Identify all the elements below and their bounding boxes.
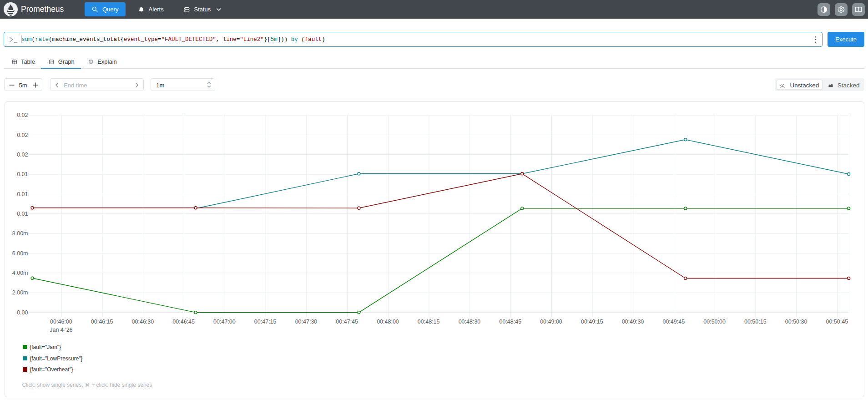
svg-text:0.01: 0.01: [17, 211, 28, 217]
svg-text:Jan 4 '26: Jan 4 '26: [50, 327, 72, 333]
svg-text:6.00m: 6.00m: [12, 250, 28, 257]
svg-text:8.00m: 8.00m: [12, 230, 28, 237]
svg-text:00:46:45: 00:46:45: [172, 319, 195, 325]
svg-text:00:48:00: 00:48:00: [377, 319, 399, 325]
svg-text:00:46:15: 00:46:15: [91, 319, 113, 325]
svg-text:0.02: 0.02: [17, 132, 28, 138]
svg-text:00:46:30: 00:46:30: [132, 319, 154, 325]
svg-text:00:49:30: 00:49:30: [622, 319, 644, 325]
svg-text:00:48:15: 00:48:15: [418, 319, 440, 325]
svg-text:4.00m: 4.00m: [12, 270, 28, 276]
svg-text:00:49:00: 00:49:00: [540, 319, 562, 325]
svg-text:00:47:30: 00:47:30: [295, 319, 318, 325]
svg-text:00:47:45: 00:47:45: [336, 319, 358, 325]
svg-text:00:50:00: 00:50:00: [703, 319, 726, 325]
svg-text:00:46:00: 00:46:00: [50, 319, 72, 325]
svg-text:00:47:15: 00:47:15: [254, 319, 277, 325]
svg-text:2.00m: 2.00m: [12, 289, 28, 296]
svg-text:0.02: 0.02: [17, 112, 28, 118]
svg-text:0.01: 0.01: [17, 191, 28, 197]
svg-text:00:50:15: 00:50:15: [744, 319, 767, 325]
svg-text:0.00: 0.00: [17, 309, 28, 316]
svg-text:00:47:00: 00:47:00: [213, 319, 236, 325]
svg-text:00:48:30: 00:48:30: [459, 319, 481, 325]
svg-text:0.01: 0.01: [17, 171, 28, 177]
svg-text:00:48:45: 00:48:45: [499, 319, 521, 325]
svg-text:00:50:45: 00:50:45: [826, 319, 848, 325]
svg-text:00:49:45: 00:49:45: [662, 319, 685, 325]
svg-text:00:49:15: 00:49:15: [581, 319, 603, 325]
svg-text:0.02: 0.02: [17, 152, 28, 158]
svg-text:00:50:30: 00:50:30: [785, 319, 807, 325]
